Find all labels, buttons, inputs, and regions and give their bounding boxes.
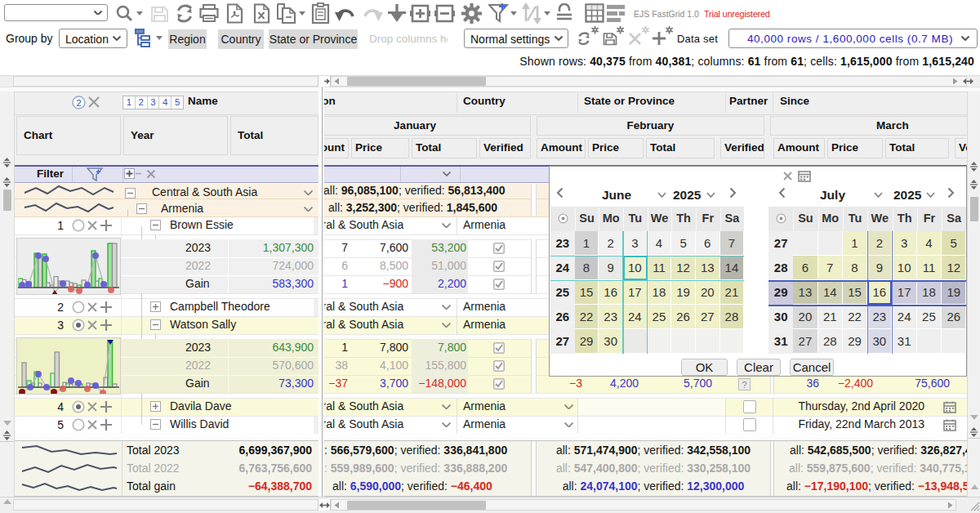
svg-text:2: 2 — [76, 98, 81, 108]
svg-text:?: ? — [742, 380, 746, 390]
